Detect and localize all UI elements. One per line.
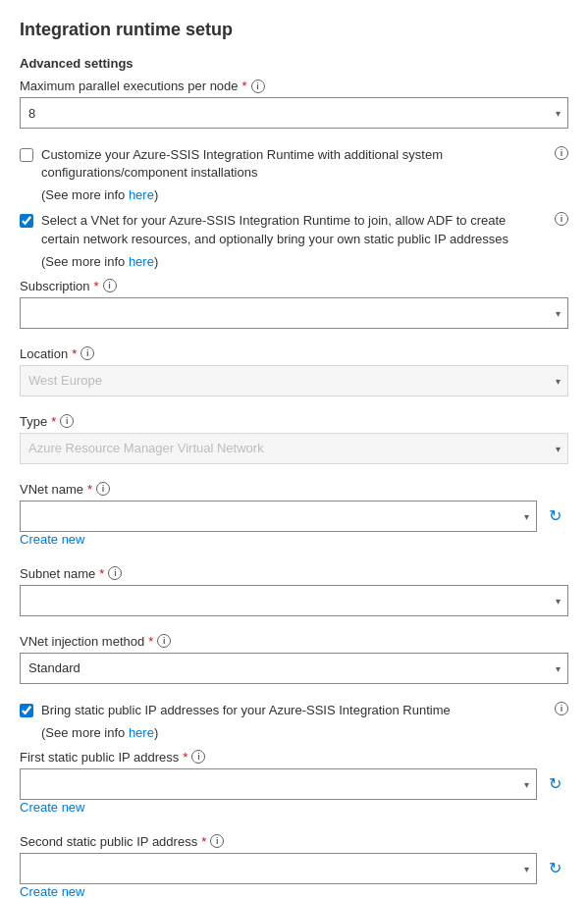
customize-see-more-link[interactable]: here: [129, 187, 154, 202]
vnet-checkbox-row: Select a VNet for your Azure-SSIS Integr…: [20, 212, 568, 247]
bring-static-ip-checkbox-row: Bring static public IP addresses for you…: [20, 702, 568, 719]
subscription-required: *: [94, 279, 99, 293]
bring-static-ip-see-more-link[interactable]: here: [129, 725, 154, 740]
second-static-ip-required: *: [201, 834, 206, 849]
vnet-name-info-icon[interactable]: i: [96, 482, 110, 496]
first-static-ip-required: *: [183, 750, 187, 765]
location-field: Location * i West Europe ▾: [20, 346, 568, 404]
subnet-name-field: Subnet name * i ▾: [20, 566, 568, 624]
bring-static-ip-see-more: (See more info here): [41, 725, 568, 740]
customize-checkbox-row: Customize your Azure-SSIS Integration Ru…: [20, 146, 568, 182]
second-static-ip-select-wrapper: ▾: [20, 853, 537, 884]
customize-see-more: (See more info here): [41, 187, 568, 202]
max-parallel-field: Maximum parallel executions per node * i…: [20, 79, 568, 136]
vnet-name-required: *: [87, 482, 92, 497]
vnet-injection-info-icon[interactable]: i: [157, 634, 171, 648]
vnet-see-more: (See more info here): [41, 254, 568, 269]
first-static-ip-create-new-link[interactable]: Create new: [20, 800, 84, 815]
vnet-injection-select[interactable]: Standard: [20, 653, 568, 684]
second-static-ip-select[interactable]: [20, 853, 537, 884]
second-static-ip-refresh-button[interactable]: ↻: [541, 853, 568, 884]
vnet-name-label: VNet name * i: [20, 482, 568, 497]
vnet-checkbox[interactable]: [20, 214, 33, 228]
first-static-ip-select-wrapper: ▾: [20, 768, 537, 800]
subscription-field: Subscription * i ▾: [20, 279, 568, 337]
location-select[interactable]: West Europe: [20, 365, 568, 396]
bring-static-ip-info-icon[interactable]: i: [555, 702, 568, 715]
type-field: Type * i Azure Resource Manager Virtual …: [20, 414, 568, 472]
second-static-ip-create-new-link[interactable]: Create new: [20, 884, 84, 898]
subnet-name-select[interactable]: [20, 585, 568, 616]
max-parallel-info-icon[interactable]: i: [251, 79, 265, 93]
subscription-info-icon[interactable]: i: [103, 279, 117, 292]
vnet-name-refresh-button[interactable]: ↻: [541, 501, 568, 532]
customize-checkbox[interactable]: [20, 148, 33, 162]
location-select-wrapper: West Europe ▾: [20, 365, 568, 396]
max-parallel-label: Maximum parallel executions per node * i: [20, 79, 568, 93]
first-static-ip-field: First static public IP address * i ▾ ↻ C…: [20, 750, 568, 824]
type-select-wrapper: Azure Resource Manager Virtual Network ▾: [20, 433, 568, 464]
location-label: Location * i: [20, 346, 568, 361]
advanced-settings-title: Advanced settings: [20, 56, 568, 71]
subnet-name-info-icon[interactable]: i: [108, 566, 122, 580]
vnet-injection-required: *: [148, 634, 153, 649]
first-static-ip-label: First static public IP address * i: [20, 750, 568, 765]
first-static-ip-info-icon[interactable]: i: [191, 750, 205, 764]
second-static-ip-label: Second static public IP address * i: [20, 834, 568, 849]
type-info-icon[interactable]: i: [60, 414, 74, 428]
first-static-ip-select[interactable]: [20, 768, 537, 800]
subnet-name-label: Subnet name * i: [20, 566, 568, 581]
vnet-injection-field: VNet injection method * i Standard ▾: [20, 634, 568, 692]
max-parallel-select[interactable]: 8: [20, 97, 568, 129]
vnet-name-select-row: ▾ ↻: [20, 501, 568, 532]
vnet-name-select[interactable]: [20, 501, 537, 532]
vnet-injection-select-wrapper: Standard ▾: [20, 653, 568, 684]
bring-static-ip-label: Bring static public IP addresses for you…: [41, 702, 547, 719]
vnet-name-field: VNet name * i ▾ ↻ Create new: [20, 482, 568, 556]
vnet-name-create-new-link[interactable]: Create new: [20, 532, 84, 547]
max-parallel-select-wrapper: 8 ▾: [20, 97, 568, 129]
subscription-select[interactable]: [20, 297, 568, 329]
page-title: Integration runtime setup: [20, 20, 568, 40]
second-static-ip-field: Second static public IP address * i ▾ ↻ …: [20, 834, 568, 898]
type-select[interactable]: Azure Resource Manager Virtual Network: [20, 433, 568, 464]
vnet-info-icon[interactable]: i: [555, 212, 568, 226]
first-static-ip-refresh-button[interactable]: ↻: [541, 768, 568, 800]
customize-label: Customize your Azure-SSIS Integration Ru…: [41, 146, 547, 182]
subnet-name-select-wrapper: ▾: [20, 585, 568, 616]
type-label: Type * i: [20, 414, 568, 429]
location-info-icon[interactable]: i: [80, 346, 94, 360]
subnet-name-required: *: [99, 566, 104, 581]
type-required: *: [51, 414, 56, 429]
vnet-see-more-link[interactable]: here: [129, 254, 154, 269]
vnet-name-select-wrapper: ▾: [20, 501, 537, 532]
customize-info-icon[interactable]: i: [555, 146, 568, 160]
second-static-ip-info-icon[interactable]: i: [210, 834, 224, 848]
location-required: *: [72, 346, 77, 361]
vnet-injection-label: VNet injection method * i: [20, 634, 568, 649]
vnet-label: Select a VNet for your Azure-SSIS Integr…: [41, 212, 547, 247]
max-parallel-required: *: [242, 79, 247, 93]
bring-static-ip-checkbox[interactable]: [20, 704, 33, 717]
second-static-ip-select-row: ▾ ↻: [20, 853, 568, 884]
subscription-label: Subscription * i: [20, 279, 568, 293]
first-static-ip-select-row: ▾ ↻: [20, 768, 568, 800]
subscription-select-wrapper: ▾: [20, 297, 568, 329]
